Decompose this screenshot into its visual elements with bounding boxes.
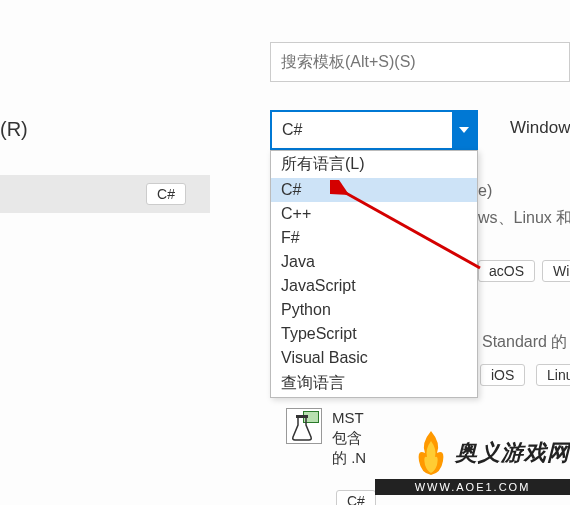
tag-windows: Wi — [542, 260, 570, 282]
tag-macos: acOS — [478, 260, 535, 282]
platform-select-label[interactable]: Window — [510, 118, 570, 138]
dropdown-item[interactable]: Visual Basic — [271, 346, 477, 370]
language-select-value: C# — [272, 121, 452, 139]
recent-label: (R) — [0, 118, 28, 141]
language-select[interactable]: C# — [270, 110, 478, 150]
flask-icon — [286, 408, 322, 444]
dropdown-item[interactable]: TypeScript — [271, 322, 477, 346]
tag-linux: Linu — [536, 364, 570, 386]
left-panel: (R) C# — [0, 0, 210, 505]
dropdown-item[interactable]: 所有语言(L) — [271, 151, 477, 178]
recent-item-row[interactable]: C# — [0, 175, 210, 213]
bg-text: Standard 的 — [482, 332, 567, 353]
dropdown-item[interactable]: 查询语言 — [271, 370, 477, 397]
tag-csharp: C# — [146, 183, 186, 205]
language-dropdown: 所有语言(L)C#C++F#JavaJavaScriptPythonTypeSc… — [270, 150, 478, 398]
tag-csharp: C# — [336, 490, 376, 505]
tag-ios: iOS — [480, 364, 525, 386]
template-title: MST — [332, 408, 366, 428]
search-input[interactable] — [270, 42, 570, 82]
watermark-text: 奥义游戏网 — [455, 438, 570, 468]
bg-text: ws、Linux 和 — [478, 208, 570, 229]
template-text: MST 包含 的 .N — [332, 408, 366, 468]
dropdown-item[interactable]: C# — [271, 178, 477, 202]
template-desc-1: 包含 — [332, 428, 366, 448]
template-desc-2: 的 .N — [332, 448, 366, 468]
dropdown-item[interactable]: C++ — [271, 202, 477, 226]
template-item-mst[interactable]: MST 包含 的 .N — [286, 408, 366, 468]
watermark-url: WWW.AOE1.COM — [375, 479, 570, 495]
dropdown-item[interactable]: Java — [271, 250, 477, 274]
dropdown-item[interactable]: Python — [271, 298, 477, 322]
dropdown-item[interactable]: F# — [271, 226, 477, 250]
svg-rect-0 — [296, 415, 308, 418]
flame-icon — [411, 429, 451, 477]
dropdown-item[interactable]: JavaScript — [271, 274, 477, 298]
bg-text: e) — [478, 182, 492, 200]
chevron-down-icon[interactable] — [452, 112, 476, 148]
watermark: 奥义游戏网 WWW.AOE1.COM — [375, 429, 570, 495]
